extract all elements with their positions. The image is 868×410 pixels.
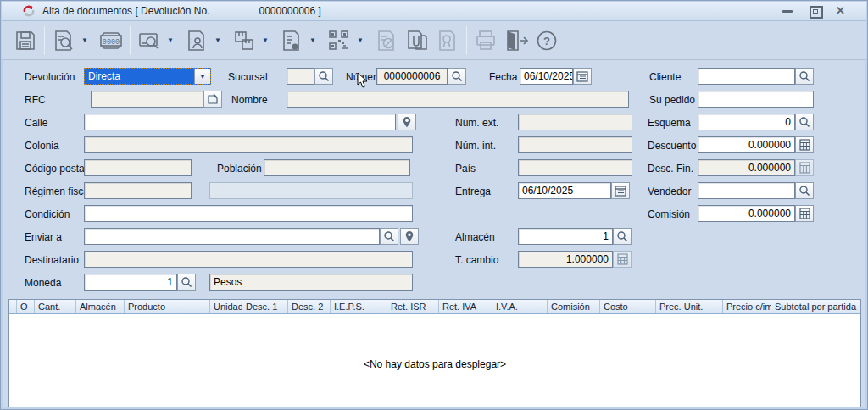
esquema-field[interactable]: 0: [698, 114, 795, 130]
help-button[interactable]: ?: [531, 25, 562, 57]
column-header[interactable]: O: [17, 300, 35, 313]
descuento-calc-button[interactable]: [795, 136, 814, 153]
desc-fin-field: 0.000000: [698, 159, 795, 176]
inventory-dropdown[interactable]: ▼: [259, 25, 271, 57]
descuento-field[interactable]: 0.000000: [698, 136, 795, 153]
su-pedido-label: Su pedido: [649, 92, 695, 108]
entrega-field[interactable]: 06/10/2025: [518, 182, 611, 199]
help-icon: ?: [535, 29, 559, 53]
title-bar: Alta de documentos [ Devolución No. 0000…: [2, 2, 866, 21]
entrega-calendar-button[interactable]: [611, 182, 630, 199]
enviar-a-lookup-button[interactable]: [380, 228, 398, 245]
column-header[interactable]: Desc. 1: [242, 300, 288, 313]
vendedor-field[interactable]: [698, 182, 795, 199]
client-document-icon: [185, 29, 209, 53]
comision-label: Comisión: [648, 207, 690, 222]
client-document-dropdown[interactable]: ▼: [212, 25, 224, 57]
fecha-field[interactable]: 06/10/2025: [520, 68, 573, 85]
su-pedido-field[interactable]: [698, 91, 814, 108]
column-header[interactable]: Ret. IVA: [439, 300, 492, 313]
document-search-dropdown[interactable]: ▼: [79, 25, 91, 57]
search-icon: [798, 70, 810, 82]
almacen-lookup-button[interactable]: [613, 228, 632, 245]
enviar-a-label: Enviar a: [25, 230, 62, 245]
column-header[interactable]: I.E.P.S.: [331, 300, 387, 313]
condicion-field[interactable]: [84, 205, 413, 222]
calle-field[interactable]: [84, 114, 396, 130]
folio-button[interactable]: 0000: [96, 25, 126, 57]
nombre-label: Nombre: [231, 92, 268, 108]
t-cambio-label: T. cambio: [455, 252, 498, 268]
column-header[interactable]: Comisión: [548, 300, 600, 313]
entrega-label: Entrega: [455, 184, 491, 199]
folio-icon: 0000: [98, 29, 124, 53]
column-header[interactable]: Unidad: [210, 300, 242, 313]
column-header[interactable]: Cant.: [35, 300, 76, 313]
client-document-button[interactable]: [181, 25, 212, 57]
maximize-button[interactable]: [809, 6, 821, 16]
column-header[interactable]: Ret. ISR: [387, 300, 439, 313]
comision-field[interactable]: 0.000000: [698, 205, 795, 222]
document-search-button[interactable]: [48, 25, 79, 57]
column-header[interactable]: I.V.A.: [492, 300, 548, 313]
column-header[interactable]: Precio c/im: [723, 300, 771, 313]
sucursal-lookup-button[interactable]: [314, 68, 333, 85]
column-header[interactable]: Subtotal por partida: [771, 300, 860, 313]
search-icon: [798, 185, 810, 197]
attach-document-button[interactable]: [402, 25, 432, 57]
document-status-button[interactable]: [276, 25, 307, 57]
app-icon: [22, 4, 36, 18]
numero-lookup-button[interactable]: [448, 68, 466, 85]
rfc-validate-button[interactable]: [203, 91, 222, 108]
devolucion-select[interactable]: Directa ▼: [84, 68, 211, 85]
destinatario-field: [84, 251, 413, 268]
cancel-document-button: [371, 25, 402, 57]
qr-stamp-button[interactable]: [324, 25, 354, 57]
toolbar-separator: [130, 26, 131, 55]
screen-search-button[interactable]: [134, 25, 164, 57]
certificate-document-button: [432, 25, 463, 57]
column-header[interactable]: Almacén: [76, 300, 125, 313]
esquema-lookup-button[interactable]: [795, 114, 814, 130]
items-table[interactable]: O Cant. Almacén Producto Unidad Desc. 1 …: [8, 299, 861, 407]
inventory-button[interactable]: [229, 25, 259, 57]
fecha-calendar-button[interactable]: [573, 68, 592, 85]
screen-search-dropdown[interactable]: ▼: [164, 25, 176, 57]
t-cambio-field: 1.000000: [518, 251, 613, 268]
qr-stamp-dropdown[interactable]: ▼: [354, 25, 366, 57]
almacen-field[interactable]: 1: [518, 228, 613, 245]
desc-fin-calc-button: [795, 159, 814, 176]
exit-button[interactable]: [501, 25, 531, 57]
vendedor-label: Vendedor: [648, 184, 691, 199]
column-header[interactable]: Desc. 2: [288, 300, 331, 313]
print-icon: [474, 29, 498, 53]
document-status-dropdown[interactable]: ▼: [307, 25, 319, 57]
column-header[interactable]: Prec. Unit.: [656, 300, 723, 313]
poblacion-label: Población: [217, 161, 262, 176]
enviar-a-map-button[interactable]: [400, 228, 419, 245]
close-button[interactable]: ✕: [836, 6, 848, 16]
minimize-button[interactable]: [782, 6, 793, 16]
column-header[interactable]: Producto: [125, 300, 210, 313]
regimen-fiscal-field: [84, 182, 192, 199]
calculator-icon: [799, 139, 810, 151]
codigo-postal-label: Código postal: [25, 161, 86, 176]
cliente-lookup-button[interactable]: [795, 68, 814, 85]
moneda-field[interactable]: 1: [84, 274, 177, 291]
column-header[interactable]: Costo: [600, 300, 656, 313]
search-icon: [451, 70, 463, 82]
vendedor-lookup-button[interactable]: [795, 182, 814, 199]
cliente-field[interactable]: [698, 68, 795, 85]
chevron-down-icon[interactable]: ▼: [194, 69, 210, 84]
calculator-icon: [617, 253, 628, 265]
comision-calc-button[interactable]: [795, 205, 814, 222]
qr-stamp-icon: [327, 29, 351, 53]
enviar-a-field[interactable]: [84, 228, 380, 245]
save-icon: [14, 29, 37, 53]
moneda-lookup-button[interactable]: [177, 274, 196, 291]
calle-map-button[interactable]: [398, 114, 416, 130]
items-table-header: O Cant. Almacén Producto Unidad Desc. 1 …: [9, 300, 860, 314]
save-button[interactable]: [10, 25, 41, 57]
map-pin-icon: [402, 116, 412, 128]
colonia-field: [84, 136, 413, 153]
